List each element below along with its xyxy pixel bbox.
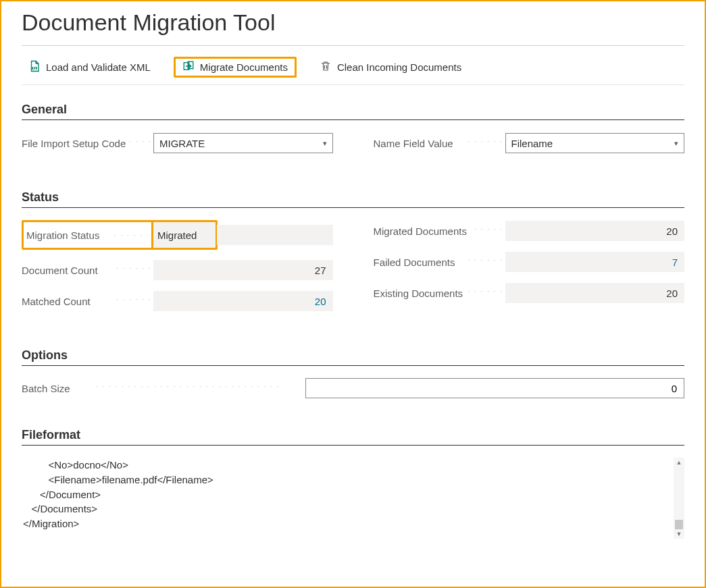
clean-incoming-documents-action[interactable]: Clean Incoming Documents [313,57,468,77]
load-validate-xml-action[interactable]: Load and Validate XML [22,57,157,77]
migrated-documents-label: Migrated Documents [374,225,505,237]
scroll-thumb[interactable] [675,520,683,529]
matched-count-value[interactable]: 20 [153,291,333,311]
fileformat-viewer: <No>docno</No> <Filename>filename.pdf</F… [22,458,684,539]
section-divider [22,119,684,120]
action-bar: Load and Validate XML Migrate Documents … [22,53,684,85]
scroll-down-icon[interactable]: ▼ [676,531,682,537]
migrate-documents-action[interactable]: Migrate Documents [174,57,297,78]
title-divider [22,45,684,46]
file-import-setup-code-dropdown[interactable]: MIGRATE ▾ [153,133,333,153]
action-label: Migrate Documents [200,61,288,73]
migrate-icon [182,60,195,74]
existing-documents-label: Existing Documents [374,288,505,299]
migrated-documents-value: 20 [505,221,685,241]
name-field-value-label: Name Field Value [374,138,505,149]
existing-documents-value: 20 [505,283,685,303]
section-divider [22,207,684,208]
action-label: Load and Validate XML [46,61,151,73]
chevron-down-icon: ▾ [674,139,678,148]
dropdown-value: MIGRATE [159,138,205,149]
batch-size-label: Batch Size [22,383,305,394]
section-divider [22,445,684,446]
failed-documents-value[interactable]: 7 [505,252,685,272]
batch-size-input[interactable] [305,378,684,398]
fileformat-content: <No>docno</No> <Filename>filename.pdf</F… [22,458,684,531]
page-title: Document Migration Tool [22,9,684,40]
scrollbar[interactable]: ▲ ▼ [674,458,684,539]
section-fileformat-heading: Fileformat [22,428,684,442]
migration-status-value-extend [217,225,333,245]
trash-icon [320,60,332,74]
document-count-label: Document Count [22,265,153,276]
migration-status-label: Migration Status [24,222,153,248]
section-general-heading: General [22,103,684,117]
migration-status-highlight: Migration Status Migrated [22,220,218,250]
dropdown-value: Filename [511,138,553,149]
failed-documents-label: Failed Documents [374,257,505,268]
name-field-value-dropdown[interactable]: Filename ▾ [505,133,685,153]
file-xml-icon [28,60,41,74]
section-options-heading: Options [22,348,684,363]
scroll-up-icon[interactable]: ▲ [676,459,682,466]
action-label: Clean Incoming Documents [337,61,461,73]
file-import-setup-code-label: File Import Setup Code [22,138,153,149]
document-count-value: 27 [153,260,333,280]
section-status-heading: Status [22,190,684,205]
migration-status-value: Migrated [153,222,216,248]
chevron-down-icon: ▾ [323,139,327,148]
matched-count-label: Matched Count [22,296,153,307]
section-divider [22,365,684,366]
